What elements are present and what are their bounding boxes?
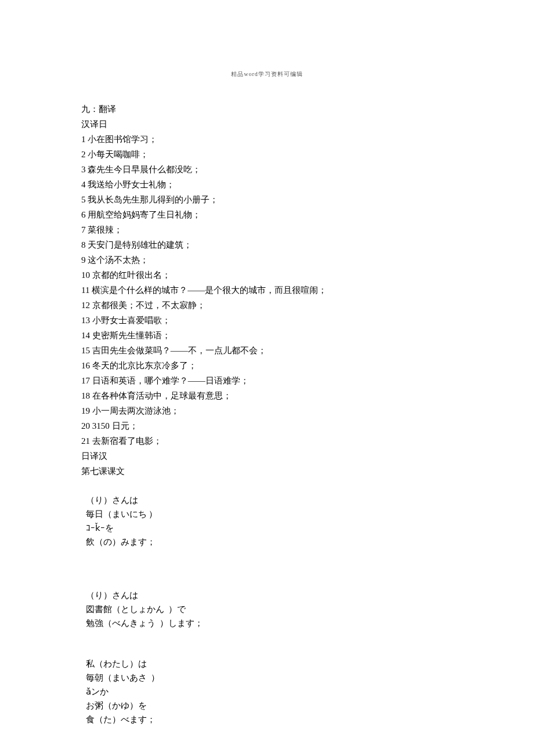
subheading-cn-jp: 汉译日 (81, 117, 453, 131)
segment: 飲（の）みます； (86, 537, 156, 547)
list-item: 5 我从长岛先生那儿得到的小册子； (81, 193, 453, 207)
list-item: 15 吉田先生会做菜吗？——不，一点儿都不会； (81, 343, 453, 357)
header-note: 精品word学习资料可编辑 (81, 70, 453, 79)
list-item: 20 3150 日元； (81, 419, 453, 433)
list-item: 21 去新宿看了电影； (81, 434, 453, 448)
segment: ǎンか (86, 687, 109, 696)
list-item: 18 在各种体育活动中，足球最有意思； (81, 389, 453, 403)
lesson7-title: 第七课课文 (81, 464, 453, 478)
jp-sentence: 私（わたし）は 毎朝（まいあさ ） ǎンか お粥（かゆ）を 食（た）べます； (81, 643, 453, 726)
segment: 図書館（としょかん ）で (86, 605, 186, 614)
segment: （り）さんは (86, 495, 138, 505)
list-item: 11 横滨是个什么样的城市？——是个很大的城市，而且很喧闹； (81, 283, 453, 297)
jp-sentence: （り）さんは 図書館（としょかん ）で 勉強（べんきょう ）します； (81, 574, 453, 630)
list-item: 19 小一周去两次游泳池； (81, 404, 453, 418)
segment: （り）さんは (86, 591, 138, 600)
segment: 毎日（まいにち ） (86, 509, 158, 519)
list-item: 12 京都很美；不过，不太寂静； (81, 298, 453, 312)
jp-sentence: ｺｰøと ﾘｰ!を ください； (81, 739, 453, 756)
section-title: 九：翻译 (81, 102, 453, 116)
list-item: 13 小野女士喜爱唱歌； (81, 313, 453, 327)
subheading-jp-cn: 日译汉 (81, 449, 453, 463)
list-item: 7 菜很辣； (81, 223, 453, 237)
list-item: 1 小在图书馆学习； (81, 132, 453, 146)
segment: 私（わたし）は (86, 659, 147, 668)
list-item: 10 京都的红叶很出名； (81, 268, 453, 282)
segment: 勉強（べんきょう ）します； (86, 618, 204, 628)
segment: お粥（かゆ）を (86, 701, 147, 710)
segment: 毎朝（まいあさ ） (86, 673, 160, 682)
list-item: 3 森先生今日早晨什么都没吃； (81, 162, 453, 176)
segment: ｺｰǩｰを (86, 523, 114, 533)
segment: 食（た）べます； (86, 715, 156, 724)
list-item: 14 史密斯先生懂韩语； (81, 328, 453, 342)
list-item: 16 冬天的北京比东京冷多了； (81, 359, 453, 372)
list-item: 17 日语和英语，哪个难学？——日语难学； (81, 374, 453, 388)
list-item: 2 小每天喝咖啡； (81, 147, 453, 161)
list-item: 9 这个汤不太热； (81, 253, 453, 267)
jp-sentence: （り）さんは 毎日（まいにち ） ｺｰǩｰを 飲（の）みます； (81, 479, 453, 549)
list-item: 8 天安门是特别雄壮的建筑； (81, 238, 453, 252)
list-item: 6 用航空给妈妈寄了生日礼物； (81, 208, 453, 222)
list-item: 4 我送给小野女士礼物； (81, 178, 453, 191)
